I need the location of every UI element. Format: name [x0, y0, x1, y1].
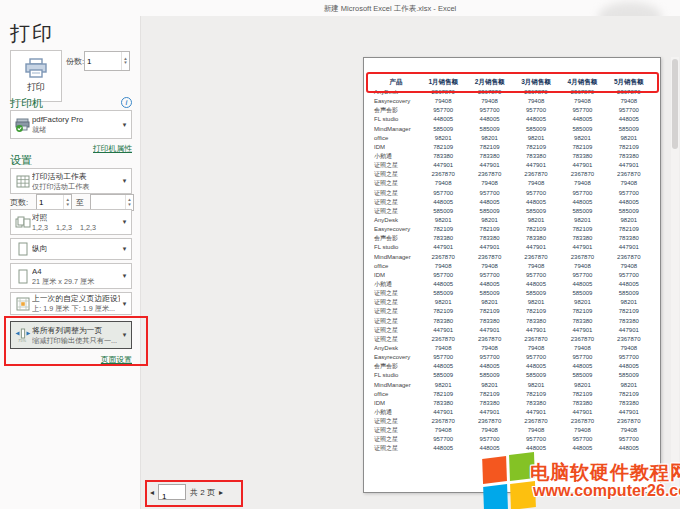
pages-to-input[interactable] — [91, 195, 125, 210]
table-value-cell: 2367870 — [466, 170, 512, 179]
table-product-cell: 证照之星 — [372, 317, 420, 326]
table-product-cell: 证照之星 — [372, 198, 420, 207]
table-value-cell: 98201 — [513, 381, 559, 390]
table-value-cell: 98201 — [466, 298, 512, 307]
table-value-cell: 447901 — [559, 326, 605, 335]
table-value-cell: 447901 — [513, 408, 559, 417]
table-value-cell: 585009 — [559, 125, 605, 134]
table-value-cell: 2367870 — [559, 170, 605, 179]
table-product-cell: Easyrecovery — [372, 353, 420, 362]
table-value-cell: 957700 — [513, 106, 559, 115]
copies-input[interactable] — [85, 52, 121, 70]
table-value-cell: 2367870 — [513, 170, 559, 179]
previous-page-icon[interactable]: ◂ — [150, 488, 154, 497]
table-product-cell: AnyDesk — [372, 88, 420, 97]
current-page-input[interactable] — [159, 490, 185, 504]
preview-scrollbar[interactable] — [671, 57, 679, 491]
next-page-icon[interactable]: ▸ — [219, 488, 223, 497]
table-value-cell: 2367870 — [559, 253, 605, 262]
page-navigator: ◂ 共 2 页 ▸ — [150, 483, 223, 501]
table-product-cell: 小鹅通 — [372, 152, 420, 161]
table-value-cell: 79408 — [559, 97, 605, 106]
table-product-cell: 会声会影 — [372, 106, 420, 115]
table-product-cell: 证照之星 — [372, 207, 420, 216]
margins-dropdown[interactable]: 上一次的自定义页边距设置 上: 1.9 厘米 下: 1.9 厘米... ▾ — [10, 292, 132, 315]
table-value-cell: 447901 — [559, 243, 605, 252]
paper-size-dropdown[interactable]: A4 21 厘米 x 29.7 厘米 ▾ — [10, 263, 132, 289]
table-value-cell: 585009 — [559, 371, 605, 380]
current-page-box[interactable] — [158, 484, 186, 500]
printer-icon — [24, 58, 48, 78]
table-value-cell: 2367870 — [606, 170, 652, 179]
print-what-dropdown[interactable]: 打印活动工作表 仅打印活动工作表 ▾ — [10, 168, 132, 194]
table-value-cell: 782109 — [606, 390, 652, 399]
table-value-cell: 448005 — [606, 198, 652, 207]
table-value-cell: 79408 — [513, 97, 559, 106]
table-value-cell: 585009 — [513, 289, 559, 298]
table-value-cell: 79408 — [606, 344, 652, 353]
table-value-cell: 448005 — [559, 280, 605, 289]
pages-from-input[interactable] — [37, 195, 63, 210]
collation-dropdown[interactable]: 对照 1,2,3 1,2,3 1,2,3 ▾ — [10, 209, 132, 235]
table-value-cell: 448005 — [606, 444, 652, 453]
table-value-cell: 957700 — [559, 435, 605, 444]
table-value-cell: 79408 — [466, 344, 512, 353]
table-value-cell: 447901 — [513, 243, 559, 252]
table-value-cell: 783380 — [420, 399, 466, 408]
copies-spinner-arrows[interactable]: ▲▼ — [121, 52, 129, 70]
copies-stepper[interactable]: ▲▼ — [84, 51, 130, 71]
table-value-cell: 79408 — [606, 426, 652, 435]
scaling-dropdown[interactable]: 75% 将所有列调整为一页 缩减打印输出使其只有一... ▾ — [10, 321, 132, 349]
scrollbar-thumb[interactable] — [672, 59, 678, 149]
table-product-cell: Easyrecovery — [372, 97, 420, 106]
pages-to-arrows[interactable]: ▲▼ — [125, 195, 133, 210]
printer-info-icon[interactable]: i — [121, 97, 132, 108]
table-product-cell: 小鹅通 — [372, 280, 420, 289]
table-value-cell: 585009 — [466, 289, 512, 298]
worksheet-grid-icon — [14, 175, 32, 188]
table-value-cell: 448005 — [513, 362, 559, 371]
table-value-cell: 783380 — [559, 234, 605, 243]
table-value-cell: 79408 — [606, 262, 652, 271]
table-value-cell: 957700 — [420, 106, 466, 115]
table-value-cell: 79408 — [420, 262, 466, 271]
table-value-cell: 98201 — [559, 298, 605, 307]
table-value-cell: 2367870 — [420, 417, 466, 426]
table-value-cell: 782109 — [606, 143, 652, 152]
printer-selector[interactable]: pdfFactory Pro 就绪 ▾ — [10, 110, 132, 139]
table-product-cell: office — [372, 262, 420, 271]
table-value-cell: 783380 — [420, 317, 466, 326]
table-value-cell: 2367870 — [559, 417, 605, 426]
paper-sheet-icon — [14, 269, 32, 284]
table-product-cell: MindManager — [372, 125, 420, 134]
table-header-cell: 1月销售额 — [420, 75, 466, 88]
table-product-cell: 证照之星 — [372, 298, 420, 307]
table-value-cell: 2367870 — [559, 88, 605, 97]
table-value-cell: 447901 — [420, 408, 466, 417]
pages-from-arrows[interactable]: ▲▼ — [63, 195, 71, 210]
print-button[interactable]: 打印 — [10, 50, 62, 102]
table-value-cell: 957700 — [420, 189, 466, 198]
table-value-cell: 98201 — [559, 216, 605, 225]
table-product-cell: MindManager — [372, 253, 420, 262]
table-value-cell: 98201 — [606, 216, 652, 225]
collate-pages-icon — [14, 216, 32, 229]
chevron-down-icon: ▾ — [120, 300, 129, 308]
table-product-cell: 证照之星 — [372, 170, 420, 179]
table-value-cell: 783380 — [466, 317, 512, 326]
table-value-cell: 782109 — [466, 143, 512, 152]
table-product-cell: IDM — [372, 143, 420, 152]
table-value-cell: 98201 — [420, 216, 466, 225]
table-value-cell: 448005 — [513, 280, 559, 289]
table-value-cell: 585009 — [466, 207, 512, 216]
preview-table: 产品1月销售额2月销售额3月销售额4月销售额5月销售额AnyDesk236787… — [372, 75, 652, 454]
table-header-cell: 3月销售额 — [513, 75, 559, 88]
table-product-cell: AnyDesk — [372, 216, 420, 225]
table-value-cell: 782109 — [606, 225, 652, 234]
table-value-cell: 2367870 — [606, 417, 652, 426]
table-value-cell: 98201 — [420, 298, 466, 307]
table-value-cell: 98201 — [513, 216, 559, 225]
orientation-dropdown[interactable]: 纵向 ▾ — [10, 238, 132, 260]
table-value-cell: 783380 — [513, 399, 559, 408]
page-setup-link[interactable]: 页面设置 — [10, 354, 132, 365]
